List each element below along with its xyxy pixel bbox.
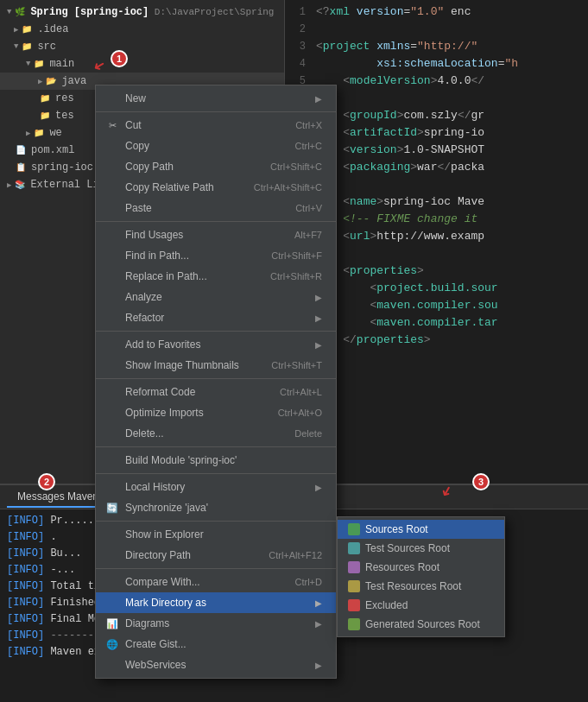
submenu-resources-root[interactable]: Resources Root <box>338 558 504 577</box>
tree-src[interactable]: ▼ 📁 src <box>0 38 284 55</box>
submenu-arrow: ▶ <box>315 483 322 492</box>
menu-new[interactable]: New ▶ <box>96 88 336 109</box>
menu-copy-path[interactable]: Copy Path Ctrl+Shift+C <box>96 156 336 177</box>
menu-dir-path-label: Directory Path <box>125 549 191 561</box>
optimize-icon <box>104 406 120 420</box>
delete-icon <box>104 427 120 440</box>
sources-root-label: Sources Root <box>365 523 428 535</box>
copy-icon <box>104 139 120 153</box>
pom-label: pom.xml <box>31 144 74 156</box>
copy-shortcut: Ctrl+C <box>278 141 322 151</box>
annotation-badge-2: 2 <box>38 473 55 490</box>
menu-reformat[interactable]: Reformat Code Ctrl+Alt+L <box>96 382 336 402</box>
code-line: 4 xsi:schemaLocation="h <box>285 55 588 73</box>
tree-main[interactable]: ▼ 📁 main <box>0 55 284 73</box>
menu-compare-label: Compare With... <box>125 576 200 588</box>
menu-copy[interactable]: Copy Ctrl+C <box>96 136 336 156</box>
menu-local-history[interactable]: Local History ▶ <box>96 477 336 497</box>
menu-cut[interactable]: ✂ Cut Ctrl+X <box>96 115 336 136</box>
separator <box>96 378 336 379</box>
folder-icon: 🌿 <box>13 5 27 19</box>
find-usages-shortcut: Alt+F7 <box>277 230 322 240</box>
menu-mark-dir-label: Mark Directory as <box>125 597 206 609</box>
folder-icon: 📁 <box>38 109 52 123</box>
root-path: D:\JavaProject\Spring <box>149 7 274 17</box>
tes-label: tes <box>55 110 74 122</box>
refactor-icon <box>104 311 120 325</box>
copy-rel-shortcut: Ctrl+Alt+Shift+C <box>237 182 322 193</box>
menu-build-module[interactable]: Build Module 'spring-ioc' <box>96 450 336 471</box>
menu-analyze[interactable]: Analyze ▶ <box>96 287 336 307</box>
submenu-excluded[interactable]: Excluded <box>338 596 504 615</box>
webservices-icon <box>104 658 120 672</box>
menu-thumbnails-label: Show Image Thumbnails <box>125 359 239 371</box>
menu-delete[interactable]: Delete... Delete <box>96 423 336 444</box>
dir-path-icon <box>104 548 120 562</box>
menu-show-thumbnails[interactable]: Show Image Thumbnails Ctrl+Shift+T <box>96 355 336 376</box>
find-path-shortcut: Ctrl+Shift+F <box>254 250 322 261</box>
menu-add-favorites[interactable]: Add to Favorites ▶ <box>96 334 336 355</box>
expand-icon: ▼ <box>14 42 18 51</box>
reformat-shortcut: Ctrl+Alt+L <box>262 387 322 397</box>
menu-favorites-label: Add to Favorites <box>125 338 200 351</box>
replace-icon <box>104 269 120 283</box>
annotation-badge-3: 3 <box>472 473 490 490</box>
menu-find-in-path[interactable]: Find in Path... Ctrl+Shift+F <box>96 245 336 266</box>
menu-synchronize[interactable]: 🔄 Synchronize 'java' <box>96 497 336 518</box>
test-resources-root-label: Test Resources Root <box>365 580 461 592</box>
menu-create-gist[interactable]: 🌐 Create Gist... <box>96 634 336 655</box>
cut-shortcut: Ctrl+X <box>278 120 322 130</box>
menu-copy-rel-label: Copy Relative Path <box>125 181 214 193</box>
submenu-test-resources-root[interactable]: Test Resources Root <box>338 577 504 596</box>
separator <box>96 221 336 222</box>
paste-shortcut: Ctrl+V <box>278 203 322 213</box>
analyze-icon <box>104 290 120 304</box>
submenu-arrow: ▶ <box>315 94 322 104</box>
src-label: src <box>37 41 56 53</box>
submenu-arrow: ▶ <box>315 598 322 608</box>
mark-directory-submenu: Sources Root Test Sources Root Resources… <box>337 516 505 637</box>
expand-icon: ▼ <box>7 8 11 16</box>
test-resources-root-icon <box>348 580 360 592</box>
separator <box>96 473 336 474</box>
copy-path-icon <box>104 160 120 174</box>
menu-build-label: Build Module 'spring-ioc' <box>125 454 237 466</box>
menu-optimize-imports[interactable]: Optimize Imports Ctrl+Alt+O <box>96 402 336 423</box>
file-icon: 📋 <box>14 161 28 174</box>
reformat-icon <box>104 385 120 399</box>
submenu-generated-sources-root[interactable]: Generated Sources Root <box>338 615 504 634</box>
dir-path-shortcut: Ctrl+Alt+F12 <box>251 550 322 560</box>
generated-sources-root-label: Generated Sources Root <box>365 618 480 630</box>
submenu-sources-root[interactable]: Sources Root <box>338 520 504 539</box>
menu-copy-label: Copy <box>125 140 149 152</box>
folder-icon: 📁 <box>20 22 34 36</box>
menu-directory-path[interactable]: Directory Path Ctrl+Alt+F12 <box>96 545 336 566</box>
resources-root-label: Resources Root <box>365 561 439 573</box>
menu-find-usages[interactable]: Find Usages Alt+F7 <box>96 225 336 245</box>
menu-paste[interactable]: Paste Ctrl+V <box>96 198 336 218</box>
folder-icon: 📁 <box>32 126 46 140</box>
new-icon <box>104 92 120 105</box>
menu-compare-with[interactable]: Compare With... Ctrl+D <box>96 572 336 592</box>
menu-replace-in-path[interactable]: Replace in Path... Ctrl+Shift+R <box>96 266 336 287</box>
menu-sync-label: Synchronize 'java' <box>125 502 208 514</box>
generated-sources-root-icon <box>348 618 360 630</box>
menu-show-in-explorer[interactable]: Show in Explorer <box>96 524 336 545</box>
test-sources-root-label: Test Sources Root <box>365 542 450 554</box>
tree-root[interactable]: ▼ 🌿 Spring [spring-ioc] D:\JavaProject\S… <box>0 3 284 21</box>
menu-diagrams[interactable]: 📊 Diagrams ▶ <box>96 613 336 634</box>
menu-webservices[interactable]: WebServices ▶ <box>96 655 336 675</box>
menu-copy-relative-path[interactable]: Copy Relative Path Ctrl+Alt+Shift+C <box>96 177 336 198</box>
mark-dir-icon <box>104 596 120 610</box>
menu-refactor-label: Refactor <box>125 312 164 324</box>
submenu-test-sources-root[interactable]: Test Sources Root <box>338 539 504 558</box>
xml-icon: 📄 <box>14 143 28 157</box>
menu-explorer-label: Show in Explorer <box>125 528 204 541</box>
optimize-shortcut: Ctrl+Alt+O <box>261 408 322 418</box>
tree-idea[interactable]: ▶ 📁 .idea <box>0 21 284 38</box>
menu-mark-directory[interactable]: Mark Directory as ▶ <box>96 592 336 613</box>
separator <box>96 111 336 112</box>
menu-refactor[interactable]: Refactor ▶ <box>96 307 336 328</box>
menu-paste-label: Paste <box>125 202 152 214</box>
folder-icon: 📁 <box>32 57 46 71</box>
